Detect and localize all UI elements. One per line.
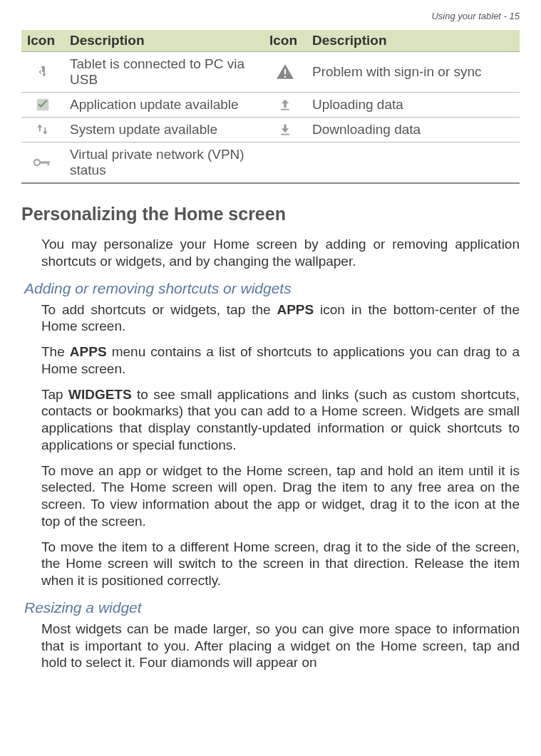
th-desc-1: Description <box>64 30 264 52</box>
bold-apps: APPS <box>277 302 314 317</box>
svg-rect-2 <box>281 134 289 135</box>
cell-desc: Problem with sign-in or sync <box>306 52 520 93</box>
table-row: System update available Downloading data <box>21 118 520 143</box>
empty-icon <box>264 143 306 184</box>
table-row: Tablet is connected to PC via USB Proble… <box>21 52 520 93</box>
paragraph: The APPS menu contains a list of shortcu… <box>41 343 520 378</box>
paragraph: Tap WIDGETS to see small applications an… <box>41 386 520 454</box>
cell-desc: Application update available <box>64 93 264 118</box>
paragraph: To move an app or widget to the Home scr… <box>41 462 520 530</box>
usb-icon <box>21 52 64 93</box>
bold-widgets: WIDGETS <box>68 387 132 402</box>
cell-desc: Tablet is connected to PC via USB <box>64 52 264 93</box>
cell-desc: System update available <box>64 118 264 143</box>
th-icon-1: Icon <box>21 30 64 52</box>
text-span: The <box>41 344 70 359</box>
table-row: Application update available Uploading d… <box>21 93 520 118</box>
svg-rect-1 <box>281 109 289 110</box>
th-desc-2: Description <box>306 30 520 52</box>
svg-point-3 <box>34 160 40 165</box>
bold-apps: APPS <box>70 344 107 359</box>
paragraph: To move the item to a different Home scr… <box>41 539 520 589</box>
heading-adding-removing: Adding or removing shortcuts or widgets <box>24 280 520 297</box>
paragraph: Most widgets can be made larger, so you … <box>41 621 520 671</box>
text-span: Tap <box>41 387 68 402</box>
heading-resizing: Resizing a widget <box>24 599 520 616</box>
system-update-icon <box>21 118 64 143</box>
text-span: menu contains a list of shortcuts to app… <box>41 344 520 376</box>
paragraph: You may personalize your Home screen by … <box>41 236 520 270</box>
svg-rect-5 <box>48 161 49 165</box>
cell-desc: Uploading data <box>306 93 520 118</box>
page-header: Using your tablet - 15 <box>21 11 520 21</box>
cell-desc: Virtual private network (VPN) status <box>64 143 264 184</box>
download-icon <box>264 118 306 143</box>
icon-description-table: Icon Description Icon Description Tablet… <box>21 30 520 184</box>
cell-desc <box>306 143 520 184</box>
update-available-icon <box>21 93 64 118</box>
heading-personalizing: Personalizing the Home screen <box>21 204 520 224</box>
cell-desc: Downloading data <box>306 118 520 143</box>
warning-icon <box>264 52 306 93</box>
paragraph: To add shortcuts or widgets, tap the APP… <box>41 301 520 336</box>
table-row: Virtual private network (VPN) status <box>21 143 520 184</box>
upload-icon <box>264 93 306 118</box>
vpn-key-icon <box>21 143 64 184</box>
th-icon-2: Icon <box>264 30 306 52</box>
text-span: To add shortcuts or widgets, tap the <box>41 302 277 317</box>
